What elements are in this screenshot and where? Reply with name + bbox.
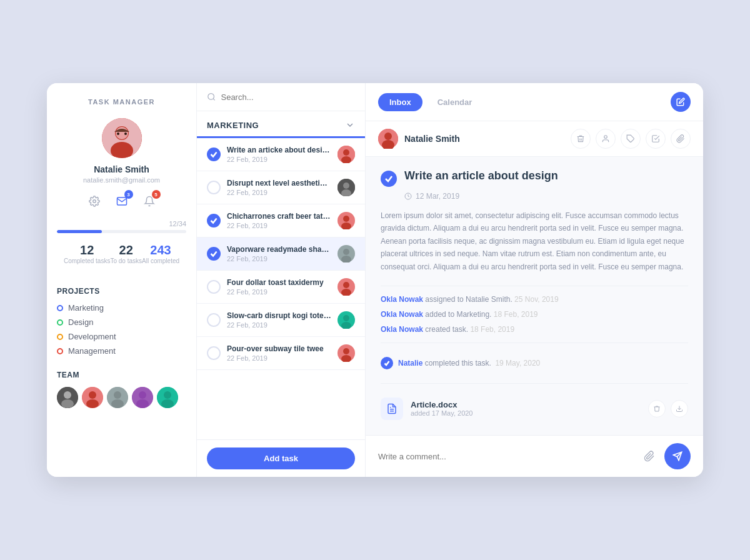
file-date: added 17 May, 2020 xyxy=(411,409,472,417)
svg-point-4 xyxy=(117,132,119,135)
task-date-2: 22 Feb, 2019 xyxy=(227,189,331,196)
project-item-marketing[interactable]: Marketing xyxy=(57,303,186,312)
task-date-5: 22 Feb, 2019 xyxy=(227,288,331,296)
svg-line-23 xyxy=(213,99,215,101)
edit-button[interactable] xyxy=(671,92,691,112)
completed-count: 12 xyxy=(80,243,94,258)
task-check-4[interactable] xyxy=(207,247,221,261)
project-item-development[interactable]: Development xyxy=(57,332,186,341)
task-title-5: Four dollar toast taxidermy xyxy=(227,278,331,287)
detail-task-check[interactable] xyxy=(381,171,397,187)
stat-todo: 22 To do tasks xyxy=(110,243,142,264)
task-item-3[interactable]: Chicharrones craft beer tattooed 22 Feb,… xyxy=(197,204,365,238)
task-date-3: 22 Feb, 2019 xyxy=(227,222,331,229)
project-item-design[interactable]: Design xyxy=(57,318,186,327)
team-member-3[interactable] xyxy=(107,387,128,408)
detail-task-title: Write an article about design xyxy=(404,169,558,182)
team-avatars xyxy=(57,387,186,408)
comment-attach-button[interactable] xyxy=(641,448,658,465)
mail-button[interactable]: 3 xyxy=(113,192,131,210)
comment-input[interactable] xyxy=(378,452,634,461)
task-avatar-7 xyxy=(338,344,355,362)
task-avatar-4 xyxy=(338,245,355,262)
search-input[interactable] xyxy=(221,92,355,102)
task-check-5[interactable] xyxy=(207,280,221,294)
stat-completed: 12 Completed tasks xyxy=(64,243,110,264)
task-info-3: Chicharrones craft beer tattooed 22 Feb,… xyxy=(227,212,331,229)
user-name: Natalie Smith xyxy=(94,164,149,174)
task-check-3[interactable] xyxy=(207,214,221,228)
svg-point-11 xyxy=(89,391,96,399)
progress-bar-background xyxy=(57,230,186,233)
add-task-button[interactable]: Add task xyxy=(207,448,355,469)
progress-bar-fill xyxy=(57,230,102,233)
file-download-button[interactable] xyxy=(671,400,688,418)
task-title-1: Write an articke about design xyxy=(227,146,331,154)
task-item-5[interactable]: Four dollar toast taxidermy 22 Feb, 2019 xyxy=(197,271,365,304)
svg-point-43 xyxy=(343,348,349,354)
category-name: MARKETING xyxy=(207,121,259,130)
todo-count: 22 xyxy=(119,243,133,258)
tag-action-button[interactable] xyxy=(621,129,641,149)
delete-action-button[interactable] xyxy=(571,129,591,149)
task-title-7: Pour-over subway tile twee xyxy=(227,344,331,353)
file-info: Article.docx added 17 May, 2020 xyxy=(411,400,472,417)
task-item-6[interactable]: Slow-carb disrupt kogi tote bag 22 Feb, … xyxy=(197,304,365,337)
divider-1 xyxy=(381,286,688,286)
task-list-panel: MARKETING Write an articke about design … xyxy=(197,83,366,477)
stats-row: 12 Completed tasks 22 To do tasks 243 Al… xyxy=(64,243,179,264)
svg-point-34 xyxy=(343,249,349,255)
task-check-1[interactable] xyxy=(207,148,221,161)
task-item-2[interactable]: Disrupt next level aesthetic raw 22 Feb,… xyxy=(197,171,365,204)
task-title-4: Vaporware readymade shabby xyxy=(227,245,331,254)
project-list: Marketing Design Development Management xyxy=(57,303,186,356)
svg-point-20 xyxy=(164,391,171,399)
task-avatar-6 xyxy=(338,311,355,329)
svg-point-15 xyxy=(111,399,124,408)
notifications-button[interactable]: 5 xyxy=(141,192,158,210)
completed-note: Natalie completed this task. 19 May, 202… xyxy=(381,351,688,376)
task-check-7[interactable] xyxy=(207,346,221,360)
task-date-1: 22 Feb, 2019 xyxy=(227,156,331,163)
projects-title: PROJECTS xyxy=(57,287,186,296)
divider-3 xyxy=(381,383,688,384)
attach-action-button[interactable] xyxy=(671,129,691,149)
check-action-button[interactable] xyxy=(646,129,666,149)
task-item-7[interactable]: Pour-over subway tile twee 22 Feb, 2019 xyxy=(197,337,365,370)
team-member-5[interactable] xyxy=(157,387,178,408)
task-item-4[interactable]: Vaporware readymade shabby 22 Feb, 2019 xyxy=(197,238,365,271)
task-title-6: Slow-carb disrupt kogi tote bag xyxy=(227,311,331,320)
category-header: MARKETING xyxy=(197,111,365,138)
tab-calendar[interactable]: Calendar xyxy=(426,93,484,111)
assign-action-button[interactable] xyxy=(596,129,616,149)
detail-task-date: 12 Mar, 2019 xyxy=(381,192,688,201)
task-avatar-3 xyxy=(338,212,355,229)
svg-point-12 xyxy=(86,399,99,408)
svg-point-25 xyxy=(343,149,349,156)
svg-point-14 xyxy=(114,391,121,399)
settings-button[interactable] xyxy=(86,192,103,210)
file-delete-button[interactable] xyxy=(648,400,666,418)
task-info-1: Write an articke about design 22 Feb, 20… xyxy=(227,146,331,163)
task-date-6: 22 Feb, 2019 xyxy=(227,321,331,329)
project-name-management: Management xyxy=(68,346,116,356)
project-name-development: Development xyxy=(68,332,116,341)
team-member-2[interactable] xyxy=(82,387,103,408)
file-actions xyxy=(648,400,688,418)
project-name-marketing: Marketing xyxy=(68,303,104,312)
project-item-management[interactable]: Management xyxy=(57,346,186,356)
team-member-4[interactable] xyxy=(132,387,153,408)
project-dot-development xyxy=(57,334,63,340)
task-item-1[interactable]: Write an articke about design 22 Feb, 20… xyxy=(197,138,365,171)
svg-point-9 xyxy=(61,399,74,408)
team-member-1[interactable] xyxy=(57,387,78,408)
sidebar: TASK MANAGER Natalie Smith natalie.smith… xyxy=(47,83,197,477)
send-comment-button[interactable] xyxy=(664,443,691,469)
progress-section: 12/34 xyxy=(57,220,186,233)
chevron-down-icon[interactable] xyxy=(345,120,355,130)
tab-inbox[interactable]: Inbox xyxy=(378,93,422,111)
notification-badge: 5 xyxy=(152,190,161,199)
svg-point-28 xyxy=(343,182,349,189)
task-check-2[interactable] xyxy=(207,181,221,194)
task-check-6[interactable] xyxy=(207,313,221,327)
